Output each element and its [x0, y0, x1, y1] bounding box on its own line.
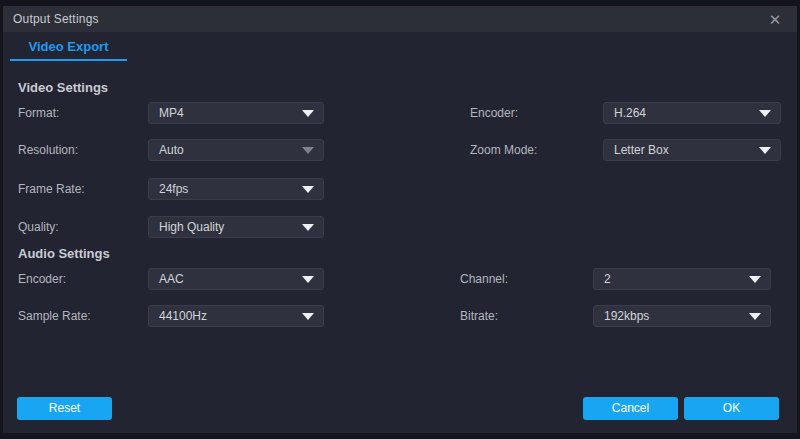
dropdown-value: 192kbps [604, 306, 649, 326]
dropdown-resolution[interactable]: Auto [148, 139, 324, 161]
dropdown-sample-rate[interactable]: 44100Hz [148, 305, 324, 327]
dropdown-audio-encoder[interactable]: AAC [148, 268, 324, 290]
dropdown-quality[interactable]: High Quality [148, 216, 324, 238]
dropdown-value: Letter Box [614, 140, 669, 160]
section-heading-video-settings: Video Settings [18, 80, 108, 96]
dialog-title: Output Settings [13, 12, 99, 26]
dropdown-value: 24fps [159, 179, 188, 199]
close-icon: ✕ [769, 12, 782, 27]
dropdown-value: 2 [604, 269, 611, 289]
dropdown-value: H.264 [614, 103, 646, 123]
chevron-down-icon [302, 186, 314, 193]
chevron-down-icon [759, 147, 771, 154]
chevron-down-icon [302, 276, 314, 283]
field-label-encoder: Encoder: [470, 102, 518, 124]
chevron-down-icon [302, 110, 314, 117]
reset-button[interactable]: Reset [17, 397, 112, 420]
field-label-bitrate: Bitrate: [460, 305, 498, 327]
dropdown-value: MP4 [159, 103, 184, 123]
dropdown-value: High Quality [159, 217, 224, 237]
field-label-quality: Quality: [18, 216, 59, 238]
chevron-down-icon [302, 147, 314, 154]
dropdown-bitrate[interactable]: 192kbps [593, 305, 771, 327]
dropdown-encoder[interactable]: H.264 [603, 102, 781, 124]
chevron-down-icon [749, 276, 761, 283]
dropdown-frame-rate[interactable]: 24fps [148, 178, 324, 200]
dropdown-channel[interactable]: 2 [593, 268, 771, 290]
chevron-down-icon [302, 224, 314, 231]
field-label-zoom-mode: Zoom Mode: [470, 139, 537, 161]
field-label-channel: Channel: [460, 268, 508, 290]
dialog-body [3, 32, 797, 433]
dropdown-value: Auto [159, 140, 184, 160]
section-heading-audio-settings: Audio Settings [18, 246, 110, 262]
cancel-button[interactable]: Cancel [583, 397, 678, 420]
chevron-down-icon [759, 110, 771, 117]
field-label-resolution: Resolution: [18, 139, 78, 161]
chevron-down-icon [302, 313, 314, 320]
tab-video-export[interactable]: Video Export [10, 36, 127, 61]
field-label-sample-rate: Sample Rate: [18, 305, 91, 327]
field-label-audio-encoder: Encoder: [18, 268, 66, 290]
ok-button[interactable]: OK [684, 397, 779, 420]
dropdown-value: AAC [159, 269, 184, 289]
dropdown-format[interactable]: MP4 [148, 102, 324, 124]
dropdown-value: 44100Hz [159, 306, 207, 326]
titlebar: Output Settings ✕ [3, 6, 797, 32]
chevron-down-icon [749, 313, 761, 320]
field-label-format: Format: [18, 102, 59, 124]
close-button[interactable]: ✕ [761, 6, 789, 32]
field-label-frame-rate: Frame Rate: [18, 178, 85, 200]
dropdown-zoom-mode[interactable]: Letter Box [603, 139, 781, 161]
